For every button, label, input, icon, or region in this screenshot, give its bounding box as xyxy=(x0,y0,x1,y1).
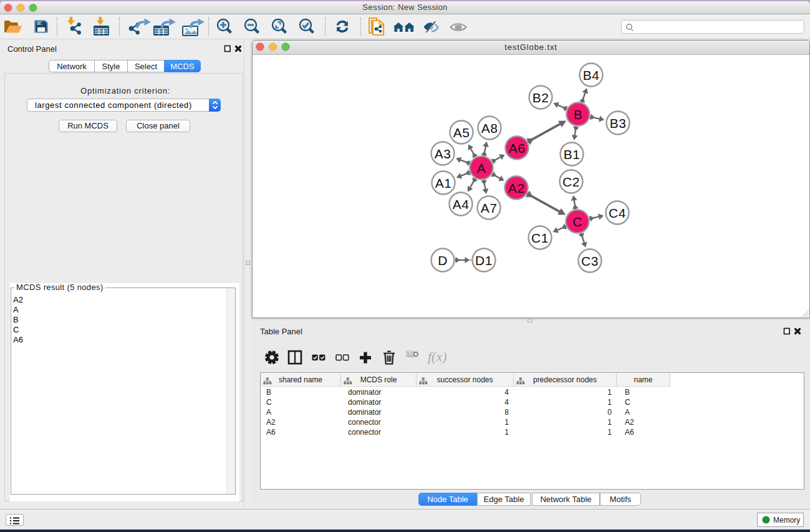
svg-text:A3: A3 xyxy=(435,147,451,161)
svg-text:A5: A5 xyxy=(453,125,470,140)
svg-text:B3: B3 xyxy=(610,116,627,130)
svg-text:C3: C3 xyxy=(581,254,599,268)
svg-text:C4: C4 xyxy=(609,206,626,220)
svg-text:C1: C1 xyxy=(531,231,549,245)
svg-text:B4: B4 xyxy=(583,68,600,82)
svg-text:A2: A2 xyxy=(508,181,525,195)
svg-text:A7: A7 xyxy=(481,201,498,215)
svg-text:A1: A1 xyxy=(435,176,452,190)
svg-text:A4: A4 xyxy=(453,197,470,211)
svg-text:B2: B2 xyxy=(533,90,549,105)
svg-text:B1: B1 xyxy=(564,147,581,162)
svg-text:B: B xyxy=(574,107,583,122)
svg-text:C2: C2 xyxy=(562,175,580,189)
svg-text:A6: A6 xyxy=(509,141,526,155)
svg-text:A: A xyxy=(477,161,486,175)
svg-text:D: D xyxy=(438,253,448,268)
svg-text:A8: A8 xyxy=(481,121,498,135)
svg-text:C: C xyxy=(572,215,582,229)
svg-text:D1: D1 xyxy=(475,253,493,268)
